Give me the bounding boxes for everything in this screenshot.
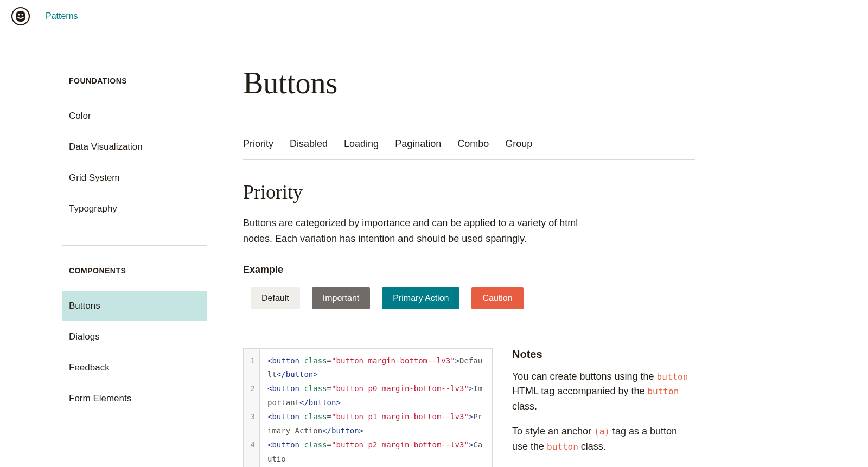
example-label: Example <box>243 264 695 276</box>
code-gutter: 1234 <box>244 349 260 467</box>
notes-paragraph-3: To style an input as a button use the bu… <box>512 464 695 467</box>
notes-paragraph-1: You can create buttons using the button … <box>512 369 695 415</box>
code-block: 1234 <button class="button margin-bottom… <box>243 348 493 467</box>
tab-pagination[interactable]: Pagination <box>395 138 441 150</box>
notes-column: Notes You can create buttons using the b… <box>512 348 695 467</box>
sidebar-item-feedback[interactable]: Feedback <box>62 353 207 382</box>
sidebar-section-foundations: FOUNDATIONS Color Data Visualization Gri… <box>62 76 207 223</box>
tabs: Priority Disabled Loading Pagination Com… <box>243 138 695 160</box>
code-lines: <button class="button margin-bottom--lv3… <box>260 349 492 467</box>
default-button[interactable]: Default <box>251 287 300 309</box>
tab-priority[interactable]: Priority <box>243 138 273 150</box>
tab-combo[interactable]: Combo <box>457 138 489 150</box>
notes-text: class. <box>512 401 537 412</box>
inline-code-button: button <box>547 442 578 452</box>
section-description: Buttons are categorized by importance an… <box>243 215 601 247</box>
top-header: Patterns <box>0 0 868 33</box>
tab-disabled[interactable]: Disabled <box>290 138 328 150</box>
inline-code-anchor: (a) <box>594 426 610 437</box>
sidebar-item-grid-system[interactable]: Grid System <box>62 163 207 193</box>
section-heading-priority: Priority <box>243 181 695 203</box>
notes-paragraph-2: To style an anchor (a) tag as a button u… <box>512 424 695 455</box>
notes-text: class. <box>578 441 606 452</box>
primary-action-button[interactable]: Primary Action <box>382 287 459 309</box>
sidebar-item-color[interactable]: Color <box>62 101 207 131</box>
sidebar-list-components: Buttons Dialogs Feedback Form Elements <box>62 291 207 413</box>
svg-point-2 <box>21 14 23 15</box>
sidebar-item-data-visualization[interactable]: Data Visualization <box>62 132 207 162</box>
sidebar-item-form-elements[interactable]: Form Elements <box>62 384 207 413</box>
important-button[interactable]: Important <box>312 287 371 309</box>
inline-code-button: button <box>657 372 688 382</box>
sidebar-item-typography[interactable]: Typography <box>62 194 207 223</box>
layout: FOUNDATIONS Color Data Visualization Gri… <box>0 33 868 467</box>
caution-button[interactable]: Caution <box>471 287 523 309</box>
sidebar: FOUNDATIONS Color Data Visualization Gri… <box>0 33 207 467</box>
sidebar-heading-foundations: FOUNDATIONS <box>62 76 207 85</box>
notes-text: HTML tag accompanied by the <box>512 386 647 396</box>
example-button-row: Default Important Primary Action Caution <box>243 287 695 309</box>
logo[interactable] <box>11 7 30 26</box>
main-content: Buttons Priority Disabled Loading Pagina… <box>207 33 771 467</box>
code-notes-row: 1234 <button class="button margin-bottom… <box>243 348 695 467</box>
tab-group[interactable]: Group <box>505 138 532 150</box>
svg-point-1 <box>18 14 20 15</box>
tab-loading[interactable]: Loading <box>344 138 379 150</box>
sidebar-heading-components: COMPONENTS <box>62 266 207 275</box>
inline-code-button: button <box>647 386 679 396</box>
site-link-patterns[interactable]: Patterns <box>46 11 78 21</box>
mailchimp-logo-icon <box>11 7 30 26</box>
sidebar-divider <box>62 245 207 246</box>
notes-heading: Notes <box>512 348 695 361</box>
sidebar-section-components: COMPONENTS Buttons Dialogs Feedback Form… <box>62 266 207 413</box>
sidebar-item-buttons[interactable]: Buttons <box>62 291 207 321</box>
page-title: Buttons <box>243 66 695 100</box>
sidebar-item-dialogs[interactable]: Dialogs <box>62 322 207 351</box>
notes-text: You can create buttons using the <box>512 371 657 382</box>
sidebar-list-foundations: Color Data Visualization Grid System Typ… <box>62 101 207 223</box>
notes-text: To style an anchor <box>512 426 594 437</box>
